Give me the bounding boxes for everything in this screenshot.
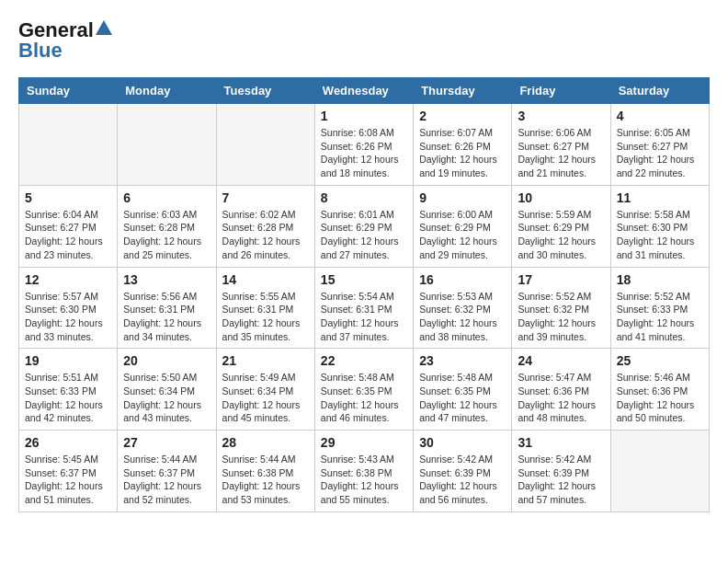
column-header-tuesday: Tuesday (216, 78, 314, 104)
day-number: 18 (617, 272, 703, 287)
calendar-cell: 8Sunrise: 6:01 AM Sunset: 6:29 PM Daylig… (314, 185, 413, 267)
calendar-week-row: 5Sunrise: 6:04 AM Sunset: 6:27 PM Daylig… (19, 185, 710, 267)
day-number: 19 (25, 353, 111, 368)
day-number: 14 (222, 272, 309, 287)
day-info: Sunrise: 6:02 AM Sunset: 6:28 PM Dayligh… (222, 208, 309, 262)
calendar-cell (610, 431, 709, 512)
day-info: Sunrise: 6:07 AM Sunset: 6:26 PM Dayligh… (419, 126, 506, 180)
day-info: Sunrise: 5:42 AM Sunset: 6:39 PM Dayligh… (518, 453, 604, 507)
column-header-monday: Monday (118, 78, 216, 104)
day-info: Sunrise: 5:52 AM Sunset: 6:33 PM Dayligh… (617, 290, 703, 344)
day-info: Sunrise: 5:53 AM Sunset: 6:32 PM Dayligh… (419, 290, 506, 344)
logo-icon (96, 20, 112, 37)
svg-marker-0 (96, 20, 112, 35)
day-number: 4 (617, 109, 703, 123)
column-header-sunday: Sunday (19, 78, 118, 104)
day-number: 5 (25, 190, 111, 205)
day-number: 10 (518, 190, 604, 205)
calendar-cell: 13Sunrise: 5:56 AM Sunset: 6:31 PM Dayli… (118, 267, 216, 349)
day-number: 1 (321, 109, 407, 123)
day-number: 3 (518, 109, 604, 123)
day-number: 27 (123, 435, 210, 450)
calendar-cell: 28Sunrise: 5:44 AM Sunset: 6:38 PM Dayli… (216, 431, 314, 512)
calendar-cell: 31Sunrise: 5:42 AM Sunset: 6:39 PM Dayli… (512, 431, 610, 512)
day-info: Sunrise: 6:01 AM Sunset: 6:29 PM Dayligh… (321, 208, 407, 262)
calendar-cell: 1Sunrise: 6:08 AM Sunset: 6:26 PM Daylig… (314, 104, 413, 186)
day-info: Sunrise: 5:44 AM Sunset: 6:37 PM Dayligh… (123, 453, 210, 507)
column-header-friday: Friday (512, 78, 610, 104)
day-number: 21 (222, 353, 309, 368)
calendar-cell: 10Sunrise: 5:59 AM Sunset: 6:29 PM Dayli… (512, 185, 610, 267)
calendar-cell (216, 104, 314, 186)
day-info: Sunrise: 5:54 AM Sunset: 6:31 PM Dayligh… (321, 290, 407, 344)
day-number: 23 (419, 353, 506, 368)
calendar-cell: 17Sunrise: 5:52 AM Sunset: 6:32 PM Dayli… (512, 267, 610, 349)
calendar-cell: 5Sunrise: 6:04 AM Sunset: 6:27 PM Daylig… (19, 185, 118, 267)
calendar-cell: 20Sunrise: 5:50 AM Sunset: 6:34 PM Dayli… (118, 349, 216, 431)
day-number: 11 (617, 190, 703, 205)
day-info: Sunrise: 5:42 AM Sunset: 6:39 PM Dayligh… (419, 453, 506, 507)
calendar-cell (118, 104, 216, 186)
calendar-week-row: 12Sunrise: 5:57 AM Sunset: 6:30 PM Dayli… (19, 267, 710, 349)
calendar-cell: 19Sunrise: 5:51 AM Sunset: 6:33 PM Dayli… (19, 349, 118, 431)
day-number: 30 (419, 435, 506, 450)
calendar-cell: 25Sunrise: 5:46 AM Sunset: 6:36 PM Dayli… (610, 349, 709, 431)
calendar-cell (19, 104, 118, 186)
day-info: Sunrise: 5:57 AM Sunset: 6:30 PM Dayligh… (25, 290, 111, 344)
calendar-cell: 24Sunrise: 5:47 AM Sunset: 6:36 PM Dayli… (512, 349, 610, 431)
day-info: Sunrise: 6:03 AM Sunset: 6:28 PM Dayligh… (123, 208, 210, 262)
day-number: 13 (123, 272, 210, 287)
calendar-cell: 15Sunrise: 5:54 AM Sunset: 6:31 PM Dayli… (314, 267, 413, 349)
day-number: 9 (419, 190, 506, 205)
logo-blue-text: Blue (18, 39, 63, 63)
day-number: 20 (123, 353, 210, 368)
day-number: 7 (222, 190, 309, 205)
calendar-cell: 26Sunrise: 5:45 AM Sunset: 6:37 PM Dayli… (19, 431, 118, 512)
logo: General Blue (18, 18, 112, 63)
day-number: 6 (123, 190, 210, 205)
day-info: Sunrise: 6:08 AM Sunset: 6:26 PM Dayligh… (321, 126, 407, 180)
calendar-cell: 27Sunrise: 5:44 AM Sunset: 6:37 PM Dayli… (118, 431, 216, 512)
day-number: 31 (518, 435, 604, 450)
day-info: Sunrise: 5:46 AM Sunset: 6:36 PM Dayligh… (617, 371, 703, 425)
calendar-cell: 23Sunrise: 5:48 AM Sunset: 6:35 PM Dayli… (414, 349, 512, 431)
day-info: Sunrise: 5:43 AM Sunset: 6:38 PM Dayligh… (321, 453, 407, 507)
day-info: Sunrise: 5:48 AM Sunset: 6:35 PM Dayligh… (321, 371, 407, 425)
day-info: Sunrise: 6:04 AM Sunset: 6:27 PM Dayligh… (25, 208, 111, 262)
day-info: Sunrise: 5:58 AM Sunset: 6:30 PM Dayligh… (617, 208, 703, 262)
day-info: Sunrise: 5:49 AM Sunset: 6:34 PM Dayligh… (222, 371, 309, 425)
calendar-cell: 16Sunrise: 5:53 AM Sunset: 6:32 PM Dayli… (414, 267, 512, 349)
calendar-week-row: 19Sunrise: 5:51 AM Sunset: 6:33 PM Dayli… (19, 349, 710, 431)
calendar-week-row: 26Sunrise: 5:45 AM Sunset: 6:37 PM Dayli… (19, 431, 710, 512)
column-header-thursday: Thursday (414, 78, 512, 104)
day-number: 12 (25, 272, 111, 287)
calendar-cell: 6Sunrise: 6:03 AM Sunset: 6:28 PM Daylig… (118, 185, 216, 267)
day-info: Sunrise: 5:48 AM Sunset: 6:35 PM Dayligh… (419, 371, 506, 425)
day-info: Sunrise: 5:44 AM Sunset: 6:38 PM Dayligh… (222, 453, 309, 507)
calendar-cell: 2Sunrise: 6:07 AM Sunset: 6:26 PM Daylig… (414, 104, 512, 186)
calendar-week-row: 1Sunrise: 6:08 AM Sunset: 6:26 PM Daylig… (19, 104, 710, 186)
calendar-cell: 14Sunrise: 5:55 AM Sunset: 6:31 PM Dayli… (216, 267, 314, 349)
column-header-saturday: Saturday (610, 78, 709, 104)
day-number: 8 (321, 190, 407, 205)
calendar-cell: 7Sunrise: 6:02 AM Sunset: 6:28 PM Daylig… (216, 185, 314, 267)
calendar-cell: 21Sunrise: 5:49 AM Sunset: 6:34 PM Dayli… (216, 349, 314, 431)
calendar-cell: 11Sunrise: 5:58 AM Sunset: 6:30 PM Dayli… (610, 185, 709, 267)
day-info: Sunrise: 5:56 AM Sunset: 6:31 PM Dayligh… (123, 290, 210, 344)
page-header: General Blue (18, 18, 710, 63)
day-number: 15 (321, 272, 407, 287)
calendar-header-row: SundayMondayTuesdayWednesdayThursdayFrid… (19, 78, 710, 104)
day-info: Sunrise: 6:06 AM Sunset: 6:27 PM Dayligh… (518, 126, 604, 180)
day-number: 22 (321, 353, 407, 368)
day-info: Sunrise: 5:51 AM Sunset: 6:33 PM Dayligh… (25, 371, 111, 425)
calendar-cell: 4Sunrise: 6:05 AM Sunset: 6:27 PM Daylig… (610, 104, 709, 186)
calendar-cell: 9Sunrise: 6:00 AM Sunset: 6:29 PM Daylig… (414, 185, 512, 267)
calendar-cell: 30Sunrise: 5:42 AM Sunset: 6:39 PM Dayli… (414, 431, 512, 512)
day-number: 25 (617, 353, 703, 368)
calendar-cell: 29Sunrise: 5:43 AM Sunset: 6:38 PM Dayli… (314, 431, 413, 512)
calendar-cell: 22Sunrise: 5:48 AM Sunset: 6:35 PM Dayli… (314, 349, 413, 431)
day-number: 17 (518, 272, 604, 287)
day-number: 24 (518, 353, 604, 368)
day-number: 29 (321, 435, 407, 450)
calendar-cell: 3Sunrise: 6:06 AM Sunset: 6:27 PM Daylig… (512, 104, 610, 186)
